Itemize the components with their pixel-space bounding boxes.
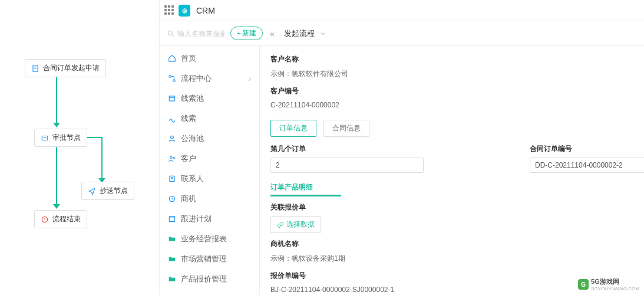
svg-rect-13 xyxy=(169,217,174,222)
search-icon xyxy=(167,30,175,38)
sidebar-item-label: 市场营销管理 xyxy=(181,254,227,264)
label-opp-name: 商机名称 xyxy=(270,239,644,249)
value-customer-code: C-20211104-0000002 xyxy=(270,100,644,110)
svg-point-9 xyxy=(173,158,174,159)
sidebar-item-label: 产品报价管理 xyxy=(181,274,227,284)
sidebar-item-label: 业务经营报表 xyxy=(181,234,227,244)
section-underline xyxy=(270,195,341,196)
new-button-label: 新建 xyxy=(242,28,256,38)
sidebar-item-label: 商机 xyxy=(181,194,196,204)
tab-contract-info[interactable]: 合同信息 xyxy=(323,120,369,137)
sidebar-item-home[interactable]: 首页 xyxy=(160,48,259,68)
chevron-right-icon: › xyxy=(249,74,251,83)
link-icon xyxy=(277,221,284,228)
watermark-url: SGYOUXIWANG.COM xyxy=(591,286,639,291)
toolbar-row: + 新建 « 发起流程 xyxy=(160,21,644,46)
sidebar-item-customer[interactable]: 客户 xyxy=(160,149,259,169)
contact-icon xyxy=(168,175,176,183)
tab-order-info[interactable]: 订单信息 xyxy=(270,120,316,137)
value-customer-name: 示例：帆软软件有限公司 xyxy=(270,68,644,80)
folder-icon xyxy=(168,235,176,243)
topbar: ◎ CRM xyxy=(160,0,644,21)
app-title: CRM xyxy=(196,6,215,15)
plan-icon xyxy=(168,215,176,223)
sidebar-item-opportunity[interactable]: 商机 xyxy=(160,189,259,209)
flow-node-start[interactable]: 合同订单发起申请 xyxy=(25,59,106,77)
opportunity-icon xyxy=(168,195,176,203)
folder-icon xyxy=(168,275,176,283)
collapse-toggle[interactable]: « xyxy=(267,29,277,38)
sidebar-item-label: 流程中心 xyxy=(181,73,212,84)
search-box[interactable] xyxy=(167,30,226,38)
label-customer-name: 客户名称 xyxy=(270,54,644,64)
sidebar-item-lead[interactable]: 线索 xyxy=(160,109,259,129)
select-data-button[interactable]: 选择数据 xyxy=(270,216,321,233)
customer-icon xyxy=(168,155,176,163)
label-order-seq: 第几个订单 xyxy=(270,144,424,154)
watermark: G 5G游戏网 SGYOUXIWANG.COM xyxy=(578,277,639,291)
watermark-brand: 5G游戏网 xyxy=(591,277,639,286)
sidebar-item-plan[interactable]: 跟进计划 xyxy=(160,209,259,229)
sidebar-item-label: 联系人 xyxy=(181,173,204,184)
watermark-icon: G xyxy=(578,279,589,290)
sidebar-item-contract[interactable]: 合同/回款/开票 xyxy=(160,289,259,295)
sidebar-item-label: 跟进计划 xyxy=(181,214,212,224)
sidebar-item-label: 线索 xyxy=(181,113,196,124)
form-area: 客户名称 示例：帆软软件有限公司 客户编号 C-20211104-0000002… xyxy=(260,46,644,295)
flow-node-approve[interactable]: 审批节点 xyxy=(34,129,87,147)
flow-node-cc[interactable]: 抄送节点 xyxy=(81,182,134,200)
sidebar-item-quote[interactable]: 产品报价管理 xyxy=(160,269,259,289)
sidebar-item-marketing[interactable]: 市场营销管理 xyxy=(160,249,259,269)
crm-app-icon: ◎ xyxy=(179,5,190,17)
svg-point-7 xyxy=(171,136,174,139)
svg-point-5 xyxy=(173,80,176,82)
svg-rect-6 xyxy=(169,96,174,101)
chevron-down-icon xyxy=(319,30,326,37)
apps-grid-icon[interactable] xyxy=(164,5,175,16)
select-data-label: 选择数据 xyxy=(286,219,315,230)
input-order-seq[interactable]: 2 xyxy=(270,158,424,173)
value-opp-name: 示例：帆软设备采购1期 xyxy=(270,253,644,265)
send-icon xyxy=(88,187,96,195)
new-button[interactable]: + 新建 xyxy=(230,27,263,40)
sidebar: 首页 流程中心› 线索池 线索 公海池 客户 联系人 商机 跟进计划 业务经营报… xyxy=(160,46,260,295)
home-icon xyxy=(168,54,176,63)
power-icon xyxy=(41,215,49,224)
sidebar-item-lead-pool[interactable]: 线索池 xyxy=(160,88,259,109)
flow-node-label: 审批节点 xyxy=(52,133,81,143)
svg-rect-1 xyxy=(42,136,47,140)
sidebar-item-contact[interactable]: 联系人 xyxy=(160,169,259,189)
breadcrumb-label: 发起流程 xyxy=(284,28,315,39)
flow-node-label: 抄送节点 xyxy=(100,186,128,196)
sidebar-item-flow[interactable]: 流程中心› xyxy=(160,68,259,88)
lead-icon xyxy=(168,114,176,123)
flow-node-label: 合同订单发起申请 xyxy=(43,63,100,73)
breadcrumb[interactable]: 发起流程 xyxy=(284,28,326,39)
flow-node-label: 流程结束 xyxy=(52,214,81,224)
flow-node-end[interactable]: 流程结束 xyxy=(34,210,87,228)
sidebar-item-label: 线索池 xyxy=(181,93,204,104)
sidebar-item-label: 客户 xyxy=(181,153,196,164)
label-customer-code: 客户编号 xyxy=(270,86,644,96)
label-order-code: 合同订单编号 xyxy=(530,144,644,154)
section-order-products: 订单产品明细 xyxy=(270,182,644,192)
input-order-code[interactable]: DD-C-20211104-0000002-2 xyxy=(530,158,644,173)
sea-icon xyxy=(168,135,176,143)
sidebar-item-label: 公海池 xyxy=(181,133,204,144)
pool-icon xyxy=(168,94,176,103)
svg-point-3 xyxy=(168,31,172,35)
label-rel-quote: 关联报价单 xyxy=(270,202,644,212)
sidebar-item-report[interactable]: 业务经营报表 xyxy=(160,229,259,249)
sidebar-item-sea[interactable]: 公海池 xyxy=(160,129,259,149)
flow-icon xyxy=(168,74,176,83)
doc-icon xyxy=(31,64,39,73)
sidebar-item-label: 首页 xyxy=(181,53,196,64)
approve-icon xyxy=(41,134,49,142)
svg-point-11 xyxy=(171,178,173,179)
workflow-diagram: 合同订单发起申请 审批节点 抄送节点 流程结束 xyxy=(0,0,159,295)
folder-icon xyxy=(168,255,176,263)
svg-point-4 xyxy=(169,76,171,78)
search-input[interactable] xyxy=(177,30,224,38)
svg-point-8 xyxy=(170,156,173,159)
